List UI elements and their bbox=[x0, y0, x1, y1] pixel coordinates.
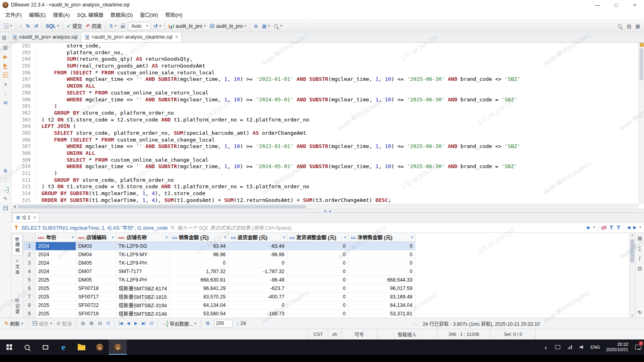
connection-selector[interactable]: audit_bi_pro bbox=[167, 22, 208, 30]
code-line-315[interactable]: 315ORDER BY SUBSTR(t1.mgclearTime, 1, 4)… bbox=[11, 197, 638, 204]
chevron-down-icon[interactable] bbox=[57, 24, 59, 28]
overflow-icon[interactable] bbox=[413, 321, 417, 326]
cell[interactable]: 塔斯曼SMTSBZ-8174 bbox=[116, 284, 169, 292]
view-tab-text[interactable]: 文本 bbox=[12, 257, 23, 277]
commit-button[interactable]: 提交 bbox=[65, 21, 84, 31]
row-number[interactable]: 7 bbox=[23, 292, 35, 301]
cell[interactable]: DM05 bbox=[76, 259, 116, 267]
rail-more2-button[interactable] bbox=[2, 177, 10, 183]
column-header-2[interactable]: ABC店铺名称▼ bbox=[116, 233, 169, 242]
view-tab-record[interactable]: 记录 bbox=[12, 296, 23, 317]
fetch-next-button[interactable] bbox=[18, 23, 24, 30]
code-line-301[interactable]: 301 ) bbox=[11, 103, 638, 110]
cell[interactable]: 64,134.04 bbox=[169, 301, 228, 309]
dbeaver-taskbar-button-2[interactable] bbox=[109, 339, 127, 355]
chevron-down-icon[interactable] bbox=[194, 322, 196, 325]
cell[interactable]: SF00719 bbox=[76, 309, 116, 318]
cell[interactable]: TK-L2F9-PH bbox=[116, 276, 169, 284]
action-center-button[interactable]: 1 bbox=[632, 339, 644, 355]
scroll-down-icon[interactable] bbox=[630, 314, 635, 317]
rollback-button[interactable]: 回滚 bbox=[84, 21, 103, 31]
new-sql-editor-button[interactable] bbox=[2, 22, 14, 30]
column-header-0[interactable]: ABC年份▼ bbox=[35, 233, 76, 242]
cell[interactable]: 0 bbox=[287, 259, 348, 267]
column-filter-icon[interactable]: ▼ bbox=[71, 236, 74, 239]
result-grid[interactable]: ABC年份▼ABC店铺编码▼ABC店铺名称▼123销售金额 (元)▼123退货金… bbox=[23, 233, 629, 318]
cell[interactable]: 2025 bbox=[35, 301, 76, 309]
cell[interactable]: 0 bbox=[287, 276, 348, 284]
quick-search-button[interactable] bbox=[616, 23, 625, 29]
cell[interactable]: -63.44 bbox=[228, 242, 287, 250]
code-line-292[interactable]: 292 store_code, bbox=[11, 43, 638, 49]
first-row-button[interactable] bbox=[118, 321, 124, 326]
search-menu-button[interactable] bbox=[272, 23, 285, 29]
collapse-up-icon[interactable] bbox=[324, 209, 327, 213]
output-console-button[interactable] bbox=[2, 99, 10, 106]
back-icon[interactable] bbox=[627, 225, 630, 230]
cell[interactable]: TK-L2F9-SG bbox=[116, 242, 169, 250]
chevron-down-icon[interactable] bbox=[204, 24, 206, 28]
fetch-size-input[interactable] bbox=[214, 320, 233, 327]
column-header-5[interactable]: 123发货调整金额 (元)▼ bbox=[287, 233, 348, 242]
code-line-312[interactable]: 312 GROUP BY store_code, platform_order_… bbox=[11, 177, 638, 184]
cell[interactable]: 0 bbox=[348, 267, 415, 276]
code-line-297[interactable]: 297 WHERE mgclear_time <> '' AND SUBSTR(… bbox=[11, 76, 638, 83]
code-line-302[interactable]: 302 GROUP BY store_code, platform_order_… bbox=[11, 110, 638, 117]
edit-log-button[interactable] bbox=[2, 195, 10, 202]
cell[interactable]: 2024 bbox=[35, 259, 76, 267]
chevron-down-icon[interactable] bbox=[281, 24, 283, 28]
cell[interactable]: -96.96 bbox=[228, 250, 287, 259]
start-button[interactable] bbox=[0, 339, 18, 355]
zoom-row-button[interactable] bbox=[148, 321, 155, 326]
cell[interactable]: 64,134.04 bbox=[348, 301, 415, 309]
perspective-grid-button[interactable] bbox=[634, 23, 642, 30]
panel-toggle-button[interactable] bbox=[2, 44, 10, 51]
code-line-311[interactable]: 311 ) bbox=[11, 170, 638, 177]
transaction-log-button[interactable] bbox=[107, 23, 119, 30]
metadata-panel-icon[interactable] bbox=[638, 255, 641, 261]
chevron-down-icon[interactable] bbox=[159, 24, 161, 28]
tab-analysis-cleartime-sql[interactable]: <audit_bi_pro> analysis_cleartime.sql bbox=[81, 32, 182, 42]
cell[interactable]: 0 bbox=[348, 259, 415, 267]
cell[interactable]: DM07 bbox=[76, 267, 116, 276]
calc-panel-icon[interactable] bbox=[638, 245, 642, 251]
row-number[interactable]: 8 bbox=[23, 301, 35, 309]
cell[interactable]: 2025 bbox=[35, 309, 76, 318]
last-row-button[interactable] bbox=[140, 321, 147, 326]
editor-results-splitter[interactable] bbox=[11, 209, 644, 213]
code-line-295[interactable]: 295 SUM(real_return_goods_amt) AS return… bbox=[11, 63, 638, 70]
scrollbar-thumb[interactable] bbox=[18, 205, 306, 208]
filter-input[interactable]: 输入一个 SQL 表达式来过滤结果 (使用 Ctrl+Space) bbox=[177, 224, 291, 231]
chevron-down-icon[interactable] bbox=[50, 322, 52, 325]
chevron-down-icon[interactable] bbox=[21, 322, 23, 325]
expand-filter-icon[interactable] bbox=[171, 225, 174, 230]
cell[interactable]: 1,787.32 bbox=[169, 267, 228, 276]
cell[interactable]: 2025 bbox=[35, 284, 76, 292]
chevron-down-icon[interactable] bbox=[115, 24, 117, 28]
delete-row-button[interactable] bbox=[96, 320, 103, 327]
open-perspective-button[interactable] bbox=[625, 23, 633, 30]
cell[interactable]: 0 bbox=[287, 284, 348, 292]
cell[interactable]: 83,570.25 bbox=[169, 292, 228, 301]
clock[interactable]: 20:322025/10/21 bbox=[603, 339, 632, 355]
code-line-307[interactable]: 307 WHERE mgclear_time <> '' AND SUBSTR(… bbox=[11, 143, 638, 150]
code-line-299[interactable]: 299 SELECT * FROM custom_online_sale_ret… bbox=[11, 90, 638, 97]
code-line-314[interactable]: 314GROUP BY SUBSTR(t1.mgclearTime, 1, 4)… bbox=[11, 190, 638, 197]
refresh-connection-button[interactable] bbox=[24, 23, 32, 30]
cell[interactable]: 668,544.33 bbox=[348, 276, 415, 284]
explain-plan-button[interactable] bbox=[2, 72, 10, 78]
code-line-309[interactable]: 309 SELECT * FROM custom_online_sale_cha… bbox=[11, 157, 638, 164]
code-line-296[interactable]: 296 FROM (SELECT * FROM custom_online_sa… bbox=[11, 70, 638, 76]
row-number[interactable]: 4 bbox=[23, 267, 35, 276]
row-number[interactable]: 1 bbox=[23, 242, 35, 250]
cell[interactable]: 塔斯曼SMTSBZ-0148 bbox=[116, 309, 169, 318]
next-row-button[interactable] bbox=[133, 321, 139, 326]
maximize-button[interactable]: □ bbox=[607, 0, 625, 10]
cell[interactable]: 53,371.81 bbox=[348, 309, 415, 318]
cell[interactable]: DM04 bbox=[76, 250, 116, 259]
editor-settings-button[interactable] bbox=[2, 167, 10, 174]
menu-item-2[interactable]: 搜索(A) bbox=[50, 10, 74, 20]
result-settings-button[interactable] bbox=[204, 320, 212, 327]
add-row-button[interactable] bbox=[79, 320, 87, 327]
cell[interactable]: 0 bbox=[287, 292, 348, 301]
